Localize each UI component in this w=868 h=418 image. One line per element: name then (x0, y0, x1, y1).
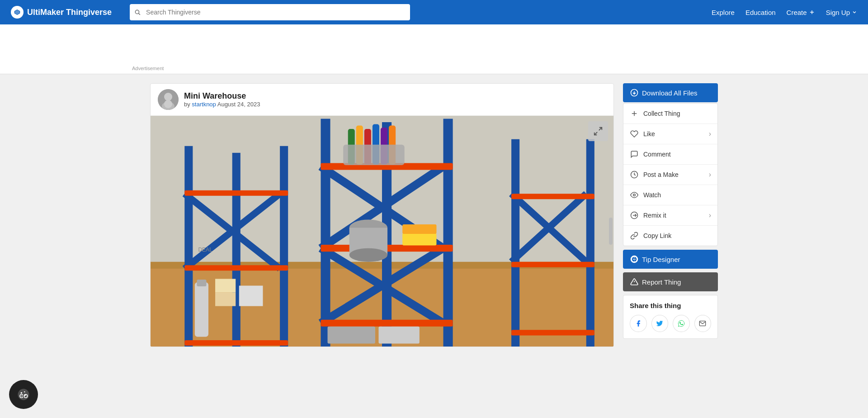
nav-explore[interactable]: Explore (712, 9, 735, 16)
plus-icon (809, 9, 815, 15)
svg-rect-24 (443, 119, 453, 347)
share-facebook-button[interactable] (630, 315, 647, 332)
post-make-label: Post a Make (643, 171, 704, 178)
watch-button[interactable]: Watch (623, 185, 717, 205)
collect-thing-button[interactable]: Collect Thing (623, 104, 717, 124)
expand-icon (593, 126, 603, 136)
svg-line-3 (139, 14, 140, 15)
share-email-button[interactable] (694, 315, 712, 332)
svg-rect-38 (511, 194, 594, 199)
svg-rect-16 (280, 146, 288, 347)
watch-label: Watch (643, 191, 711, 199)
thing-title: Mini Warehouse (184, 91, 260, 101)
svg-rect-34 (511, 139, 519, 347)
svg-rect-44 (215, 279, 236, 292)
svg-rect-40 (511, 330, 594, 335)
chevron-down-icon (852, 10, 857, 15)
svg-rect-43 (215, 293, 236, 306)
tip-label: Tip Designer (642, 256, 680, 263)
svg-rect-53 (343, 145, 405, 165)
thing-title-area: Mini Warehouse by startknop August 24, 2… (184, 91, 260, 108)
like-button[interactable]: Like › (623, 124, 717, 144)
share-icons (630, 315, 711, 332)
svg-rect-15 (184, 146, 193, 347)
tip-designer-button[interactable]: Tip Designer (623, 250, 718, 269)
nav-signup[interactable]: Sign Up (826, 9, 857, 16)
nav-education[interactable]: Education (745, 9, 776, 16)
search-icon (134, 9, 141, 15)
report-label: Report Thing (642, 278, 681, 286)
thing-header: Mini Warehouse by startknop August 24, 2… (151, 84, 613, 116)
svg-point-75 (633, 194, 636, 196)
heart-icon (630, 129, 639, 138)
scroll-indicator (609, 218, 613, 245)
remix-label: Remix it (643, 212, 704, 219)
svg-rect-59 (328, 327, 375, 344)
svg-rect-45 (239, 285, 263, 306)
avatar (158, 89, 179, 110)
by-prefix: by (184, 101, 192, 108)
cookie-icon: CO (17, 388, 30, 401)
ad-label: Advertisement (132, 66, 164, 71)
svg-line-70 (594, 132, 597, 135)
site-header: UltiMaker Thingiverse Explore Education … (0, 0, 868, 24)
svg-text:CO: CO (19, 393, 28, 399)
like-arrow: › (709, 130, 711, 138)
svg-point-7 (164, 93, 172, 101)
thing-meta: by startknop August 24, 2023 (184, 101, 260, 108)
logo-icon (11, 6, 24, 19)
facebook-icon (635, 320, 642, 327)
svg-rect-39 (511, 262, 594, 267)
header-nav: Explore Education Create Sign Up (712, 9, 857, 16)
thing-date-val: August 24, 2023 (217, 101, 260, 108)
post-make-icon (630, 170, 639, 179)
sidebar: Download All Files Collect Thing (623, 83, 718, 347)
main-layout: Mini Warehouse by startknop August 24, 2… (150, 74, 718, 356)
share-section: Share this thing (623, 295, 718, 339)
thing-card: Mini Warehouse by startknop August 24, 2… (150, 83, 614, 347)
download-icon (630, 89, 638, 97)
site-logo[interactable]: UltiMaker Thingiverse (11, 6, 112, 19)
svg-text:DEAL: DEAL (198, 247, 212, 253)
post-make-arrow: › (709, 171, 711, 179)
download-all-button[interactable]: Download All Files (623, 83, 718, 102)
svg-point-81 (24, 391, 25, 392)
collect-icon (630, 109, 639, 118)
svg-rect-21 (184, 265, 288, 271)
copy-link-label: Copy Link (643, 232, 711, 239)
author-link[interactable]: startknop (192, 101, 216, 108)
logo-text: UltiMaker Thingiverse (27, 8, 112, 17)
svg-rect-41 (195, 282, 208, 337)
copy-link-button[interactable]: Copy Link (623, 226, 717, 246)
svg-rect-32 (321, 320, 453, 327)
search-input[interactable] (130, 4, 410, 20)
remix-button[interactable]: Remix it › (623, 205, 717, 226)
expand-button[interactable] (588, 121, 608, 141)
action-list: Collect Thing Like › (623, 103, 718, 246)
link-icon (630, 231, 639, 240)
svg-rect-57 (402, 233, 436, 246)
comment-button[interactable]: Comment (623, 144, 717, 165)
share-whatsapp-button[interactable] (673, 315, 690, 332)
eye-icon (630, 190, 639, 200)
email-icon (699, 320, 706, 327)
svg-rect-17 (232, 153, 241, 347)
ad-banner: Advertisement (0, 24, 868, 74)
comment-label: Comment (643, 151, 711, 158)
svg-rect-23 (321, 119, 330, 347)
report-thing-button[interactable]: Report Thing (623, 272, 718, 291)
remix-icon (630, 211, 639, 220)
share-title: Share this thing (630, 302, 711, 309)
svg-point-56 (349, 248, 387, 262)
nav-create[interactable]: Create (787, 9, 815, 16)
warehouse-image[interactable]: DEAL (151, 116, 613, 347)
share-twitter-button[interactable] (651, 315, 669, 332)
svg-rect-60 (378, 327, 419, 344)
report-icon (630, 278, 638, 286)
like-label: Like (643, 130, 704, 138)
download-label: Download All Files (642, 89, 698, 97)
svg-rect-58 (402, 224, 436, 234)
svg-point-2 (135, 10, 139, 14)
cookie-banner[interactable]: CO (9, 380, 38, 409)
post-make-button[interactable]: Post a Make › (623, 165, 717, 185)
